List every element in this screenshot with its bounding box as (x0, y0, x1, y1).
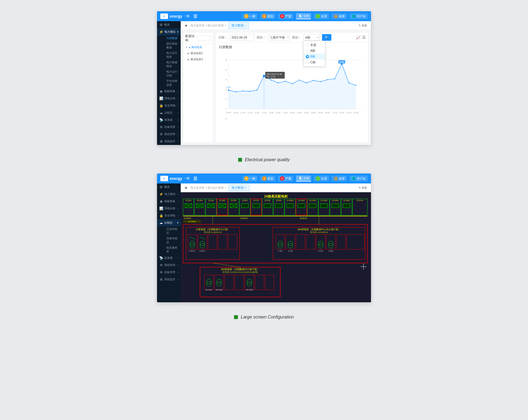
dropdown-c[interactable]: C相 (304, 59, 325, 65)
svg-text:变压器 2x1300KVA: 变压器 2x1300KVA (310, 231, 328, 234)
sidebar-sub-val-report[interactable]: 电力报值报表 (161, 60, 181, 69)
sidebar-1: ⊞ 概述 ⚡ 电力测试 ▾ 日原数据 源日原始数据 电力运行报表 电力报值报表 … (157, 21, 181, 145)
phase-select[interactable]: 三相不平衡 (268, 34, 290, 41)
refresh2-icon: ↻ (359, 186, 361, 189)
sidebar-item-usage-analysis[interactable]: 📊 用电分析 › (157, 95, 181, 102)
dropdown-b[interactable]: B相 (304, 54, 325, 59)
badge2-doc[interactable]: 📄 文档 (296, 175, 311, 182)
refresh-icon: ↻ (359, 24, 361, 27)
svg-rect-88 (309, 204, 316, 208)
sidebar2-sys-mgmt[interactable]: ⚙ 系统管理 › (157, 262, 181, 269)
badge2-fullscreen[interactable]: ⛶ 全屏 (314, 176, 329, 181)
sidebar2-safe[interactable]: 🔒 安全用电 › (157, 212, 181, 219)
badge-doc[interactable]: 📄 文档 (296, 13, 311, 19)
sidebar2-device[interactable]: ⚙ 设备管理 › (157, 269, 181, 276)
sidebar-item-overview[interactable]: ⊞ 概述 (157, 21, 181, 28)
svg-text:ZJ-6#1: ZJ-6#1 (242, 199, 248, 201)
emitter-icon: 📡 (159, 118, 163, 122)
cloud-icon: ☁ (159, 111, 163, 115)
refresh-btn-2[interactable]: ↻ 刷新 (357, 185, 369, 190)
hamburger-2[interactable]: ☰ (193, 176, 197, 181)
badge-urgent[interactable]: 0 紧急 (260, 13, 275, 19)
sidebar-item-sys-mgmt[interactable]: ⚙ 系统管理 › (157, 131, 181, 138)
sidebar2-usage[interactable]: 📊 用电分析 › (157, 205, 181, 212)
sidebar-item-power-quality[interactable]: ◉ 电能质量 › (157, 88, 181, 95)
badge2-general[interactable]: 0 一般 (242, 176, 257, 181)
page-wrapper: E energy 一园 ☰ 0 一般 0 紧急 0 严重 (0, 0, 528, 420)
svg-text:6: 6 (226, 59, 227, 61)
content-area-1: 配置结构 ▼ ● 测试电表 ▶ 测试电表2 ▶ (181, 30, 371, 145)
sidebar-sub-source-data[interactable]: 源日原始数据 (161, 41, 181, 50)
s2-monitor-icon: 🖥 (159, 278, 163, 281)
sidebar2-library[interactable]: 组态素材库 (161, 245, 181, 254)
sidebar-item-power-test[interactable]: ⚡ 电力测试 ▾ (157, 28, 181, 35)
badge2-urgent[interactable]: 0 紧急 (260, 176, 275, 181)
table-view-btn[interactable]: ☰ (362, 35, 366, 40)
sidebar2-sub-cloud: 已发布组态 待发布组态 组态素材库 (157, 226, 181, 254)
panel-dropdown[interactable] (197, 35, 211, 41)
diagram-area: 14路高压配电柜 (181, 192, 371, 302)
sidebar-item-cloud[interactable]: ☁ 云组态 › (157, 109, 181, 116)
svg-text:1: 1 (226, 108, 227, 110)
svg-text:ZJ-1#4: ZJ-1#4 (186, 199, 191, 201)
badge2-lock[interactable]: 🔒 锁屏 (332, 176, 347, 181)
sidebar-item-device-mgmt[interactable]: ⚙ 设备管理 › (157, 123, 181, 131)
badge2-user[interactable]: 👤 用户名 (350, 176, 368, 181)
tab-bar-2: ◀ 电力监管局 > 电力运行报表 > 电力数据 × ↻ 刷新 (181, 183, 371, 192)
tree-item-meter1[interactable]: ▼ ● 测试电表 (183, 44, 213, 50)
svg-text:17:30: 17:30 (346, 112, 351, 114)
svg-text:17:00: 17:00 (332, 112, 337, 114)
caption-icon-1 (238, 158, 242, 162)
channel-select[interactable]: A相 (303, 34, 320, 41)
search-btn[interactable]: 🔍 (322, 34, 331, 41)
tab2-prev-btn[interactable]: ◀ (183, 185, 188, 190)
tab-close-btn[interactable]: × (244, 24, 246, 27)
sidebar-sub-avg-power[interactable]: 平均功率设置 (161, 78, 181, 88)
sidebar-item-safe-power[interactable]: 🔒 安全用电 › (157, 102, 181, 109)
tree-item-meter2[interactable]: ▶ 测试电表2 (183, 50, 213, 56)
badge-general[interactable]: 0 一般 (242, 13, 257, 19)
badge-user[interactable]: 👤 用户名 (350, 13, 368, 19)
sidebar-sub-run-report[interactable]: 电力运行报表 (161, 50, 181, 60)
svg-text:ZJ-11#4: ZJ-11#4 (298, 199, 305, 201)
sidebar-item-emitter[interactable]: 📡 轻发器 › (157, 116, 181, 123)
svg-text:3-YA2: 3-YA2 (328, 250, 333, 252)
tab-power-data[interactable]: 电力数据 × (229, 22, 249, 29)
sidebar-item-sys-monitor[interactable]: 🖥 系统监控 › (157, 138, 181, 145)
caption-icon-2 (234, 315, 238, 319)
chart-title-1: 日原数据 (219, 45, 365, 50)
tree-item-meter3[interactable]: ▶ 测试电表3 (183, 56, 213, 62)
line-chart-btn[interactable]: 📈 (356, 35, 361, 40)
tab2-power-data[interactable]: 电力数据 × (229, 184, 249, 191)
svg-text:ZJ-14#4: ZJ-14#4 (332, 199, 339, 201)
sidebar2-overview[interactable]: ⊞ 概述 (157, 183, 181, 191)
tab-prev-btn[interactable]: ◀ (183, 23, 188, 28)
channel-label: 类别： (292, 35, 301, 40)
refresh-btn-1[interactable]: ↻ 刷新 (357, 23, 369, 28)
sidebar-sub-daily-report[interactable]: 电力运行日报 (161, 69, 181, 78)
svg-text:2: 2 (226, 98, 227, 100)
device-icon: ⚙ (159, 125, 163, 129)
dropdown-a[interactable]: A相 (304, 48, 325, 54)
badge-fullscreen[interactable]: ⛶ 全屏 (314, 13, 329, 19)
badge-serious[interactable]: 0 严重 (278, 13, 293, 19)
svg-text:15:00: 15:00 (304, 112, 309, 114)
date-input[interactable] (230, 34, 254, 41)
svg-text:3A-#A02: 3A-#A02 (216, 289, 223, 291)
sidebar2-monitor[interactable]: 🖥 系统监控 › (157, 276, 181, 283)
svg-text:13:30: 13:30 (276, 112, 281, 114)
sys-icon: ⚙ (159, 132, 163, 136)
badge-lock[interactable]: 🔒 锁屏 (332, 13, 347, 19)
badge2-serious[interactable]: 0 严重 (278, 176, 293, 181)
sidebar2-power-quality[interactable]: ◉ 电能质量 › (157, 198, 181, 205)
svg-text:3A-#A05: 3A-#A05 (246, 289, 253, 291)
sidebar2-power-test[interactable]: ⚡ 电力测试 › (157, 191, 181, 198)
sidebar2-emitter[interactable]: 📡 轻发器 › (157, 254, 181, 262)
s2-cloud-icon: ☁ (159, 221, 163, 225)
sidebar2-pending[interactable]: 待发布组态 (161, 236, 181, 245)
hamburger-1[interactable]: ☰ (193, 14, 197, 19)
sidebar2-published[interactable]: 已发布组态 (161, 226, 181, 236)
dropdown-all[interactable]: 全选 (304, 42, 325, 48)
sidebar2-cloud[interactable]: ☁ 云组态 ▾ (157, 219, 181, 226)
sidebar-sub-daily-raw[interactable]: 日原数据 (161, 35, 181, 41)
